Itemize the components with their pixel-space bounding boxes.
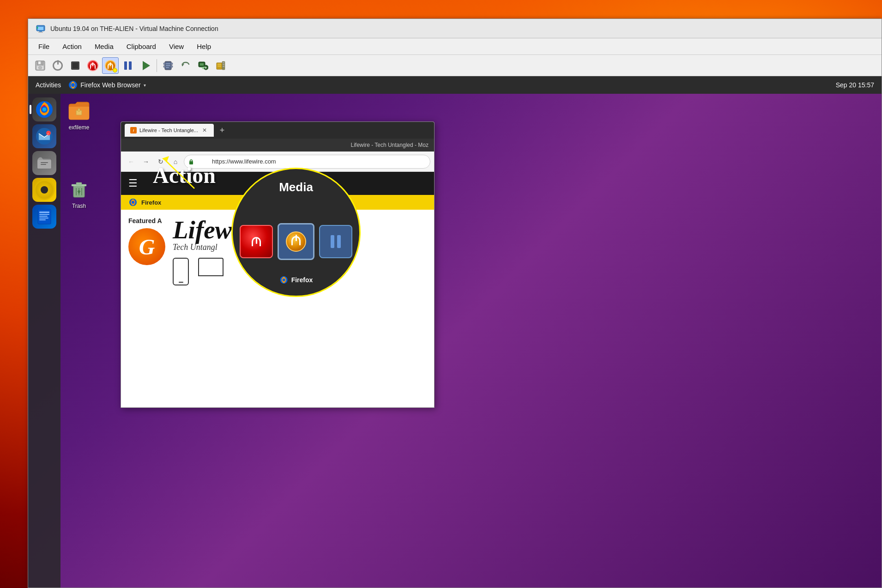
ubuntu-dock: !	[28, 94, 60, 588]
tab-favicon: l	[130, 127, 137, 133]
svg-rect-11	[163, 63, 165, 65]
svg-point-35	[42, 108, 46, 111]
toolbar-orange-power-btn[interactable]	[102, 57, 119, 74]
zoom-orange-power-btn[interactable]	[278, 223, 314, 260]
yellow-dot-indicator	[113, 68, 117, 73]
svg-rect-25	[217, 64, 221, 65]
svg-rect-12	[163, 66, 165, 67]
toolbar-stop-btn[interactable]	[67, 57, 84, 74]
desktop-icon-exfileme[interactable]: exfileme	[60, 98, 97, 131]
svg-rect-2	[39, 31, 42, 32]
dock-icon-files[interactable]	[32, 151, 56, 175]
lifewire-left: Featured A G	[128, 217, 165, 285]
toolbar-export-btn[interactable]	[212, 57, 229, 74]
toolbar-add-services-btn[interactable]: +	[195, 57, 211, 74]
zoom-pause-btn[interactable]	[319, 225, 352, 258]
toolbar-poweroff-btn[interactable]	[49, 57, 66, 74]
hamburger-menu[interactable]: ☰	[128, 177, 138, 189]
firefox-label-in-circle: Firefox	[279, 275, 313, 285]
url-text: https://www.lifewire.com	[212, 155, 276, 169]
new-tab-btn[interactable]: +	[216, 124, 229, 137]
firefox-page-title-bar: Lifewire - Tech Untangled - Moz	[121, 139, 434, 152]
dock-icon-thunderbird[interactable]: !	[32, 124, 56, 148]
svg-rect-50	[78, 109, 80, 111]
phone-illus	[173, 258, 189, 285]
svg-rect-29	[223, 64, 224, 65]
svg-rect-47	[39, 218, 48, 218]
desktop-content: exfileme	[60, 94, 882, 588]
media-label-in-circle: Media	[279, 180, 313, 194]
action-annotation: Action	[153, 163, 216, 188]
svg-rect-45	[39, 214, 49, 215]
url-bar[interactable]: https://www.lifewire.com	[184, 155, 430, 169]
gnome-topbar: Activities Firefox Web Browser ▾ Sep 20 …	[28, 76, 882, 94]
toolbar-settings-btn[interactable]	[160, 57, 176, 74]
vm-window: Ubuntu 19.04 on THE-ALIEN - Virtual Mach…	[28, 18, 882, 588]
menu-help[interactable]: Help	[190, 41, 217, 52]
rhythmbox-disc-center	[41, 186, 48, 194]
gnome-topbar-left: Activities Firefox Web Browser ▾	[36, 80, 146, 90]
url-bar-container: https://www.lifewire.com	[184, 155, 430, 169]
svg-point-37	[46, 131, 51, 135]
menu-bar: File Action Media Clipboard View Help	[28, 38, 882, 55]
svg-rect-30	[223, 66, 224, 67]
forward-btn[interactable]: →	[139, 155, 152, 168]
svg-rect-53	[76, 182, 82, 185]
menu-view[interactable]: View	[163, 41, 190, 52]
menu-action[interactable]: Action	[56, 41, 88, 52]
tab-title: Lifewire - Tech Untangle...	[139, 127, 198, 133]
page-title-text: Lifewire - Tech Untangled - Moz	[350, 142, 429, 148]
svg-rect-3	[38, 32, 43, 33]
vm-title-icon	[36, 24, 46, 34]
toolbar-separator-1	[157, 59, 157, 72]
magnify-circle: Media	[231, 168, 361, 297]
ubuntu-desktop: Activities Firefox Web Browser ▾ Sep 20 …	[28, 76, 882, 588]
svg-rect-17	[166, 67, 169, 68]
trash-label: Trash	[72, 203, 86, 209]
svg-rect-14	[171, 66, 173, 67]
gnome-app-name: Firefox Web Browser	[80, 81, 140, 89]
rhythmbox-disc	[34, 180, 54, 200]
svg-rect-44	[39, 212, 49, 213]
svg-rect-7	[38, 61, 41, 64]
zoom-red-power-btn[interactable]	[240, 225, 273, 258]
title-text: Ubuntu 19.04 on THE-ALIEN - Virtual Mach…	[50, 25, 218, 32]
menu-clipboard[interactable]: Clipboard	[120, 41, 163, 52]
svg-point-61	[283, 279, 285, 281]
featured-label: Featured A	[128, 217, 165, 224]
tab-close-btn[interactable]: ✕	[201, 127, 208, 134]
dock-icon-rhythmbox[interactable]	[32, 178, 56, 202]
toolbar-refresh-btn[interactable]	[177, 57, 194, 74]
svg-rect-42	[41, 164, 46, 165]
desktop-icon-trash[interactable]: Trash	[60, 177, 97, 209]
g-logo: G	[128, 228, 165, 265]
gnome-app-menu[interactable]: Firefox Web Browser ▾	[68, 80, 145, 90]
gnome-app-dropdown[interactable]: ▾	[144, 83, 146, 88]
svg-rect-20	[200, 63, 204, 66]
svg-rect-13	[171, 63, 173, 65]
activities-button[interactable]: Activities	[36, 81, 61, 89]
toolbar: +	[28, 55, 882, 76]
laptop-illus	[198, 258, 224, 276]
toolbar-play-btn[interactable]	[137, 57, 154, 74]
svg-point-36	[36, 128, 53, 145]
back-btn[interactable]: ←	[125, 155, 138, 168]
menu-file[interactable]: File	[32, 41, 56, 52]
svg-point-32	[71, 83, 75, 87]
menu-media[interactable]: Media	[88, 41, 120, 52]
gnome-clock[interactable]: Sep 20 15:57	[836, 81, 874, 89]
svg-rect-16	[166, 65, 170, 66]
dock-icon-firefox[interactable]	[32, 97, 56, 121]
dock-icon-writer[interactable]	[32, 205, 56, 229]
svg-rect-48	[39, 219, 46, 220]
trash-img	[67, 177, 91, 201]
exfileme-label: exfileme	[69, 124, 90, 131]
svg-rect-41	[41, 162, 48, 163]
svg-rect-26	[217, 66, 221, 67]
firefox-tab-lifewire[interactable]: l Lifewire - Tech Untangle... ✕	[125, 124, 214, 137]
toolbar-red-power-btn[interactable]	[85, 57, 101, 74]
toolbar-disk-btn[interactable]	[32, 57, 48, 74]
svg-text:!: !	[48, 133, 48, 135]
lf-firefox-label: Firefox	[141, 199, 161, 206]
toolbar-pause-btn[interactable]	[120, 57, 136, 74]
